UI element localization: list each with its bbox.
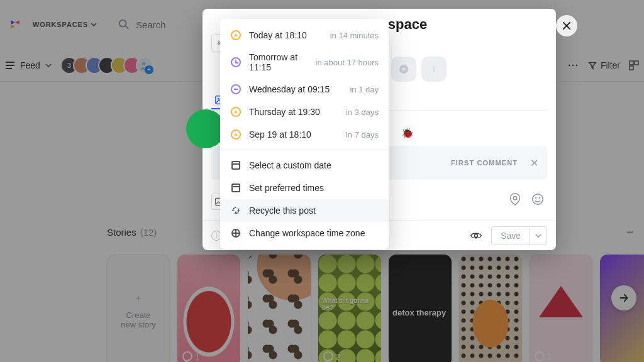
first-comment-label: FIRST COMMENT <box>451 159 518 167</box>
schedule-option-meta: in 1 day <box>350 85 379 94</box>
emoji-icon[interactable] <box>531 192 545 206</box>
preferred-times-label: Set preferred times <box>249 183 379 193</box>
preferred-times-option[interactable]: Set preferred times <box>220 177 389 199</box>
schedule-option-label: Tomorrow at 11:15 <box>249 52 308 72</box>
compass-icon <box>230 106 242 118</box>
schedule-option[interactable]: Wednesday at 09:15 in 1 day <box>220 78 389 101</box>
clock-icon <box>230 57 242 68</box>
calendar-icon <box>230 160 242 171</box>
custom-date-label: Select a custom date <box>249 160 379 170</box>
dash-icon <box>230 84 242 95</box>
schedule-option-label: Wednesday at 09:15 <box>249 84 342 94</box>
timezone-option[interactable]: Change workspace time zone <box>220 222 389 244</box>
save-split-button: Save <box>491 226 547 245</box>
custom-date-option[interactable]: Select a custom date <box>220 154 389 177</box>
recycle-post-option[interactable]: Recycle this post <box>220 199 389 222</box>
svg-point-18 <box>475 234 478 237</box>
globe-icon <box>230 228 242 239</box>
save-options-button[interactable] <box>530 226 547 245</box>
schedule-option[interactable]: Thursday at 19:30 in 3 days <box>220 101 389 123</box>
recycle-post-label: Recycle this post <box>249 206 379 216</box>
schedule-option[interactable]: Sep 19 at 18:10 in 7 days <box>220 123 389 146</box>
schedule-dropdown: Today at 18:10 in 14 minutes Tomorrow at… <box>220 19 389 250</box>
channel-chip[interactable] <box>421 57 447 82</box>
schedule-option-label: Today at 18:10 <box>249 30 323 40</box>
recycle-icon <box>230 205 242 216</box>
preview-button[interactable] <box>470 229 482 242</box>
schedule-option-meta: in 7 days <box>346 130 379 140</box>
calendar-icon <box>230 182 242 194</box>
schedule-option-meta: in 14 minutes <box>330 31 379 40</box>
location-icon[interactable] <box>508 192 522 206</box>
schedule-option-label: Sep 19 at 18:10 <box>249 129 338 140</box>
svg-point-17 <box>539 197 540 199</box>
close-button[interactable] <box>556 15 577 36</box>
ladybug-icon: 🐞 <box>401 127 414 139</box>
schedule-option[interactable]: Tomorrow at 11:15 in about 17 hours <box>220 47 389 78</box>
compass-icon <box>230 129 242 140</box>
schedule-option-label: Thursday at 19:30 <box>249 107 338 117</box>
schedule-option-meta: in about 17 hours <box>316 58 379 67</box>
timezone-label: Change workspace time zone <box>249 228 379 238</box>
channel-chip[interactable] <box>391 57 416 82</box>
save-button[interactable]: Save <box>491 226 530 245</box>
svg-point-15 <box>533 194 543 205</box>
compass-icon <box>230 30 242 41</box>
svg-point-14 <box>513 196 517 200</box>
composer-extras <box>508 192 545 206</box>
profile-avatar <box>186 109 225 148</box>
remove-attachment-button[interactable]: ✕ <box>530 157 538 169</box>
schedule-option[interactable]: Today at 18:10 in 14 minutes <box>220 24 389 47</box>
svg-point-16 <box>535 197 536 199</box>
schedule-option-meta: in 3 days <box>346 107 379 117</box>
